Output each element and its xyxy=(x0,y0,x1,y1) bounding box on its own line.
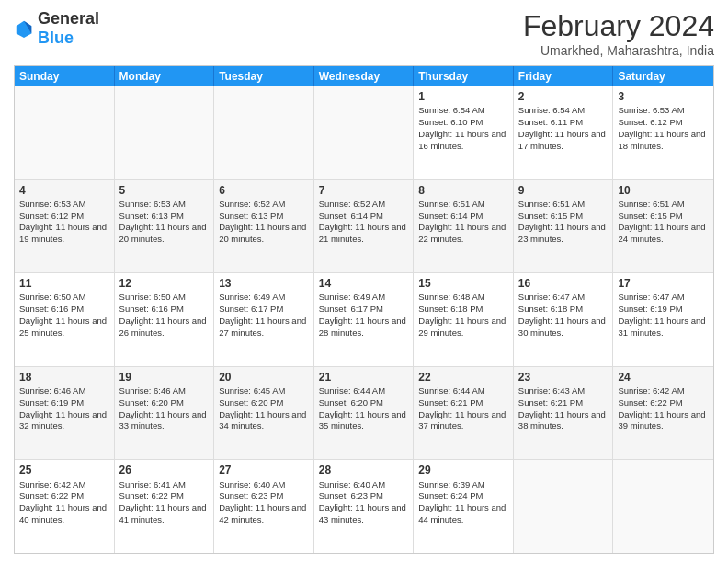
sunrise-text: Sunrise: 6:46 AM xyxy=(19,385,85,396)
calendar-day-cell: 10Sunrise: 6:51 AMSunset: 6:15 PMDayligh… xyxy=(613,180,713,273)
day-number: 17 xyxy=(618,276,709,291)
sunset-text: Sunset: 6:15 PM xyxy=(518,211,583,221)
calendar-day-cell: 20Sunrise: 6:45 AMSunset: 6:20 PMDayligh… xyxy=(214,367,314,460)
calendar-day-cell: 21Sunrise: 6:44 AMSunset: 6:20 PMDayligh… xyxy=(314,367,415,460)
main-title: February 2024 xyxy=(523,9,714,43)
sunrise-text: Sunrise: 6:42 AM xyxy=(618,385,684,396)
calendar-day-cell: 1Sunrise: 6:54 AMSunset: 6:10 PMDaylight… xyxy=(414,86,514,179)
page-header: General Blue February 2024 Umarkhed, Mah… xyxy=(14,9,714,58)
sunrise-text: Sunrise: 6:50 AM xyxy=(119,292,186,302)
calendar-header-row: SundayMondayTuesdayWednesdayThursdayFrid… xyxy=(15,66,713,86)
daylight-text: Daylight: 11 hours and 20 minutes. xyxy=(119,222,207,244)
daylight-text: Daylight: 11 hours and 32 minutes. xyxy=(19,409,107,431)
calendar-week-row: 4Sunrise: 6:53 AMSunset: 6:12 PMDaylight… xyxy=(15,180,713,274)
sunset-text: Sunset: 6:11 PM xyxy=(518,117,583,127)
sunset-text: Sunset: 6:20 PM xyxy=(319,397,383,408)
sunrise-text: Sunrise: 6:52 AM xyxy=(319,199,385,209)
day-number: 23 xyxy=(518,370,609,385)
sunset-text: Sunset: 6:12 PM xyxy=(618,117,682,127)
sunset-text: Sunset: 6:17 PM xyxy=(319,304,383,314)
calendar-day-cell: 27Sunrise: 6:40 AMSunset: 6:23 PMDayligh… xyxy=(214,460,314,553)
daylight-text: Daylight: 11 hours and 22 minutes. xyxy=(418,222,506,244)
title-block: February 2024 Umarkhed, Maharashtra, Ind… xyxy=(523,9,714,58)
calendar-day-cell: 18Sunrise: 6:46 AMSunset: 6:19 PMDayligh… xyxy=(15,367,115,460)
daylight-text: Daylight: 11 hours and 33 minutes. xyxy=(119,409,207,431)
calendar-empty-cell xyxy=(214,86,314,179)
calendar-day-cell: 12Sunrise: 6:50 AMSunset: 6:16 PMDayligh… xyxy=(115,273,215,366)
sunset-text: Sunset: 6:14 PM xyxy=(418,211,483,221)
sunrise-text: Sunrise: 6:44 AM xyxy=(319,385,385,396)
sunrise-text: Sunrise: 6:51 AM xyxy=(618,199,684,209)
sunrise-text: Sunrise: 6:45 AM xyxy=(219,385,285,396)
day-number: 2 xyxy=(518,89,609,104)
sunset-text: Sunset: 6:19 PM xyxy=(19,397,84,408)
daylight-text: Daylight: 11 hours and 40 minutes. xyxy=(19,502,107,524)
day-number: 18 xyxy=(19,370,109,385)
daylight-text: Daylight: 11 hours and 29 minutes. xyxy=(418,316,506,338)
logo-text: General Blue xyxy=(38,9,99,48)
day-number: 11 xyxy=(19,276,109,291)
daylight-text: Daylight: 11 hours and 19 minutes. xyxy=(19,222,107,244)
calendar-week-row: 1Sunrise: 6:54 AMSunset: 6:10 PMDaylight… xyxy=(15,86,713,180)
daylight-text: Daylight: 11 hours and 39 minutes. xyxy=(618,409,705,431)
day-number: 4 xyxy=(19,183,109,198)
daylight-text: Daylight: 11 hours and 38 minutes. xyxy=(518,409,606,431)
calendar-day-cell: 13Sunrise: 6:49 AMSunset: 6:17 PMDayligh… xyxy=(214,273,314,366)
sunrise-text: Sunrise: 6:54 AM xyxy=(418,105,484,115)
daylight-text: Daylight: 11 hours and 44 minutes. xyxy=(418,502,506,524)
day-number: 13 xyxy=(219,276,309,291)
calendar-header-cell: Thursday xyxy=(414,66,514,86)
sunrise-text: Sunrise: 6:39 AM xyxy=(418,479,484,489)
sunrise-text: Sunrise: 6:48 AM xyxy=(418,292,484,302)
day-number: 22 xyxy=(418,370,508,385)
sunset-text: Sunset: 6:16 PM xyxy=(119,304,184,314)
day-number: 20 xyxy=(219,370,309,385)
sunrise-text: Sunrise: 6:51 AM xyxy=(518,199,585,209)
sunset-text: Sunset: 6:20 PM xyxy=(119,397,184,408)
daylight-text: Daylight: 11 hours and 30 minutes. xyxy=(518,316,606,338)
daylight-text: Daylight: 11 hours and 18 minutes. xyxy=(618,129,705,151)
sunrise-text: Sunrise: 6:51 AM xyxy=(418,199,484,209)
sunrise-text: Sunrise: 6:54 AM xyxy=(518,105,585,115)
calendar-week-row: 18Sunrise: 6:46 AMSunset: 6:19 PMDayligh… xyxy=(15,367,713,461)
calendar-header-cell: Sunday xyxy=(15,66,115,86)
daylight-text: Daylight: 11 hours and 20 minutes. xyxy=(219,222,306,244)
logo-icon xyxy=(14,18,34,39)
calendar-empty-cell xyxy=(613,460,713,553)
daylight-text: Daylight: 11 hours and 43 minutes. xyxy=(319,502,406,524)
calendar-day-cell: 14Sunrise: 6:49 AMSunset: 6:17 PMDayligh… xyxy=(314,273,415,366)
calendar-day-cell: 17Sunrise: 6:47 AMSunset: 6:19 PMDayligh… xyxy=(613,273,713,366)
calendar-day-cell: 29Sunrise: 6:39 AMSunset: 6:24 PMDayligh… xyxy=(414,460,514,553)
calendar-day-cell: 25Sunrise: 6:42 AMSunset: 6:22 PMDayligh… xyxy=(15,460,115,553)
daylight-text: Daylight: 11 hours and 42 minutes. xyxy=(219,502,306,524)
day-number: 12 xyxy=(119,276,210,291)
calendar-day-cell: 23Sunrise: 6:43 AMSunset: 6:21 PMDayligh… xyxy=(514,367,614,460)
calendar-day-cell: 4Sunrise: 6:53 AMSunset: 6:12 PMDaylight… xyxy=(15,180,115,273)
calendar-header-cell: Wednesday xyxy=(314,66,415,86)
calendar-header-cell: Tuesday xyxy=(214,66,314,86)
day-number: 16 xyxy=(518,276,609,291)
calendar-day-cell: 6Sunrise: 6:52 AMSunset: 6:13 PMDaylight… xyxy=(214,180,314,273)
calendar-day-cell: 7Sunrise: 6:52 AMSunset: 6:14 PMDaylight… xyxy=(314,180,415,273)
calendar-header-cell: Saturday xyxy=(613,66,713,86)
day-number: 15 xyxy=(418,276,508,291)
sunset-text: Sunset: 6:22 PM xyxy=(618,397,682,408)
day-number: 10 xyxy=(618,183,709,198)
daylight-text: Daylight: 11 hours and 21 minutes. xyxy=(319,222,406,244)
daylight-text: Daylight: 11 hours and 28 minutes. xyxy=(319,316,406,338)
calendar-body: 1Sunrise: 6:54 AMSunset: 6:10 PMDaylight… xyxy=(15,86,713,553)
calendar-day-cell: 24Sunrise: 6:42 AMSunset: 6:22 PMDayligh… xyxy=(613,367,713,460)
calendar-day-cell: 26Sunrise: 6:41 AMSunset: 6:22 PMDayligh… xyxy=(115,460,215,553)
calendar-day-cell: 15Sunrise: 6:48 AMSunset: 6:18 PMDayligh… xyxy=(414,273,514,366)
sunrise-text: Sunrise: 6:47 AM xyxy=(618,292,684,302)
day-number: 9 xyxy=(518,183,609,198)
sunset-text: Sunset: 6:15 PM xyxy=(618,211,682,221)
sunrise-text: Sunrise: 6:40 AM xyxy=(319,479,385,489)
calendar: SundayMondayTuesdayWednesdayThursdayFrid… xyxy=(14,65,714,554)
calendar-week-row: 25Sunrise: 6:42 AMSunset: 6:22 PMDayligh… xyxy=(15,460,713,553)
sunset-text: Sunset: 6:18 PM xyxy=(418,304,483,314)
day-number: 24 xyxy=(618,370,709,385)
sunset-text: Sunset: 6:14 PM xyxy=(319,211,383,221)
calendar-day-cell: 22Sunrise: 6:44 AMSunset: 6:21 PMDayligh… xyxy=(414,367,514,460)
calendar-day-cell: 5Sunrise: 6:53 AMSunset: 6:13 PMDaylight… xyxy=(115,180,215,273)
